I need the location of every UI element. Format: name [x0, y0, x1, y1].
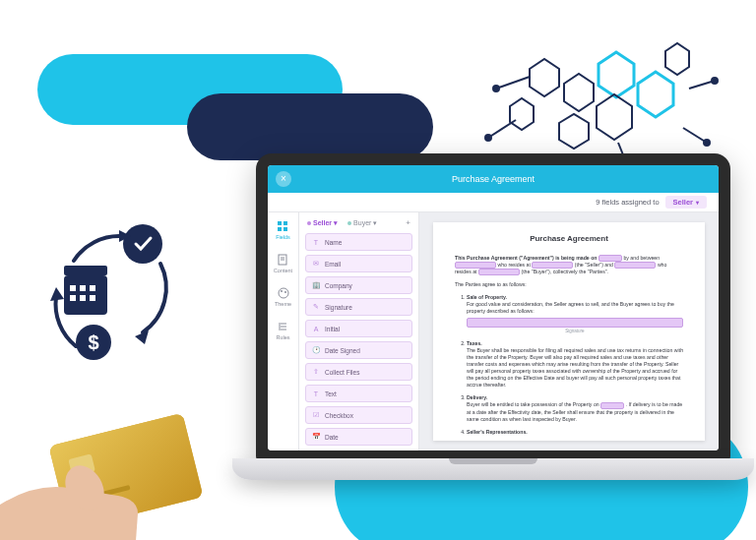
- field-date-signed[interactable]: 🕑Date Signed: [305, 341, 412, 359]
- rail-label: Rules: [276, 334, 289, 340]
- fields-assigned-label: 9 fields assigned to: [596, 198, 659, 207]
- svg-marker-5: [559, 114, 589, 149]
- theme-icon: [278, 287, 289, 299]
- decorative-pill-navy: [187, 93, 433, 160]
- section-taxes: Taxes. The Buyer shall be responsible fo…: [467, 340, 683, 389]
- fields-list: TName ✉Email 🏢Company ✎Signature AInitia…: [299, 231, 418, 450]
- rail-label: Fields: [276, 234, 290, 240]
- placeholder-buyer-name[interactable]: [614, 262, 656, 269]
- calendar-icon: 📅: [312, 433, 320, 441]
- add-role-button[interactable]: +: [406, 218, 410, 227]
- role-tab-buyer[interactable]: Buyer ▾: [347, 219, 377, 227]
- svg-rect-21: [70, 285, 76, 291]
- svg-rect-38: [278, 221, 282, 225]
- rules-icon: [278, 321, 289, 332]
- svg-text:$: $: [88, 331, 98, 353]
- document-heading: Purchase Agreement: [455, 234, 683, 245]
- svg-point-46: [281, 290, 283, 292]
- field-company[interactable]: 🏢Company: [305, 276, 412, 294]
- field-name[interactable]: TName: [305, 233, 412, 251]
- placeholder-seller-address[interactable]: [532, 262, 573, 269]
- rail-tab-content[interactable]: Content: [274, 252, 292, 275]
- svg-rect-22: [80, 285, 86, 291]
- rail-tab-theme[interactable]: Theme: [275, 285, 291, 309]
- svg-marker-4: [597, 94, 632, 140]
- content-icon: [277, 254, 288, 266]
- svg-rect-24: [70, 295, 76, 301]
- svg-point-18: [123, 224, 162, 264]
- rail-label: Content: [274, 268, 292, 273]
- svg-point-9: [493, 86, 499, 91]
- mail-icon: ✉: [312, 260, 320, 268]
- document-editor-app: × Purchase Agreement 9 fields assigned t…: [268, 165, 719, 450]
- svg-rect-41: [284, 227, 287, 231]
- close-icon: ×: [281, 174, 286, 184]
- app-title: Purchase Agreement: [452, 174, 535, 184]
- fields-icon: [277, 220, 288, 232]
- fields-panel: Seller ▾ Buyer ▾ + TName ✉Email 🏢Company…: [299, 212, 419, 450]
- rail-tab-fields[interactable]: Fields: [276, 218, 290, 242]
- svg-point-11: [485, 135, 491, 141]
- laptop-mockup: × Purchase Agreement 9 fields assigned t…: [232, 153, 754, 508]
- hand-holding-card-image: [0, 393, 246, 540]
- field-signature[interactable]: ✎Signature: [305, 298, 412, 316]
- svg-rect-25: [80, 295, 86, 301]
- svg-rect-26: [90, 295, 95, 301]
- section-seller-reps: Seller's Representations.: [467, 429, 683, 436]
- app-subheader: 9 fields assigned to Seller: [268, 193, 719, 212]
- svg-point-17: [712, 78, 718, 84]
- process-cycle-icon: $: [25, 207, 192, 374]
- field-text[interactable]: TText: [305, 385, 412, 402]
- section-sale: Sale of Property. For good value and con…: [467, 294, 683, 334]
- placeholder-date[interactable]: [598, 255, 622, 262]
- svg-point-45: [279, 288, 288, 298]
- svg-line-10: [488, 120, 516, 138]
- placeholder-buyer-address[interactable]: [478, 269, 520, 275]
- svg-marker-2: [598, 52, 634, 97]
- field-collect-files[interactable]: ⇧Collect Files: [305, 363, 412, 381]
- document-canvas[interactable]: Purchase Agreement This Purchase Agreeme…: [419, 212, 719, 450]
- field-date[interactable]: 📅Date: [305, 428, 412, 446]
- check-icon: ☑: [312, 411, 320, 419]
- rail-tab-rules[interactable]: Rules: [276, 319, 289, 342]
- field-email[interactable]: ✉Email: [305, 255, 412, 272]
- clock-icon: 🕑: [312, 346, 320, 354]
- role-tab-seller[interactable]: Seller ▾: [307, 219, 338, 227]
- agree-line: The Parties agree to as follows:: [455, 281, 683, 288]
- placeholder-seller-name[interactable]: [455, 262, 496, 269]
- initials-icon: A: [312, 325, 320, 332]
- rail-label: Theme: [275, 301, 291, 307]
- svg-marker-31: [50, 287, 64, 301]
- text-icon: T: [312, 238, 320, 246]
- svg-marker-1: [564, 74, 594, 111]
- section-delivery: Delivery. Buyer will be entitled to take…: [467, 394, 683, 422]
- app-header: × Purchase Agreement: [268, 165, 719, 193]
- svg-marker-3: [638, 72, 673, 117]
- placeholder-signature[interactable]: [467, 318, 683, 328]
- close-button[interactable]: ×: [276, 171, 291, 187]
- building-icon: 🏢: [312, 281, 320, 289]
- svg-rect-39: [284, 221, 287, 225]
- field-checkbox[interactable]: ☑Checkbox: [305, 406, 412, 424]
- intro-paragraph: This Purchase Agreement ("Agreement") is…: [455, 255, 683, 275]
- svg-line-16: [689, 81, 715, 89]
- svg-line-12: [683, 128, 707, 143]
- document-page: Purchase Agreement This Purchase Agreeme…: [433, 222, 705, 441]
- placeholder-delivery-date[interactable]: [600, 402, 624, 409]
- field-initial[interactable]: AInitial: [305, 320, 412, 337]
- svg-rect-40: [278, 227, 282, 231]
- laptop-notch: [449, 458, 537, 464]
- svg-rect-20: [64, 266, 107, 275]
- svg-rect-23: [90, 285, 95, 291]
- svg-marker-7: [510, 98, 534, 130]
- sections-list: Sale of Property. For good value and con…: [455, 294, 683, 435]
- role-tabs: Seller ▾ Buyer ▾ +: [299, 212, 418, 231]
- assigned-role-dropdown[interactable]: Seller: [665, 196, 707, 209]
- app-body: Fields Content Theme: [268, 212, 719, 450]
- svg-line-8: [496, 77, 530, 89]
- svg-marker-6: [665, 43, 689, 75]
- pen-icon: ✎: [312, 303, 320, 311]
- upload-icon: ⇧: [312, 368, 320, 376]
- side-rail: Fields Content Theme: [268, 212, 299, 450]
- svg-point-13: [704, 140, 710, 146]
